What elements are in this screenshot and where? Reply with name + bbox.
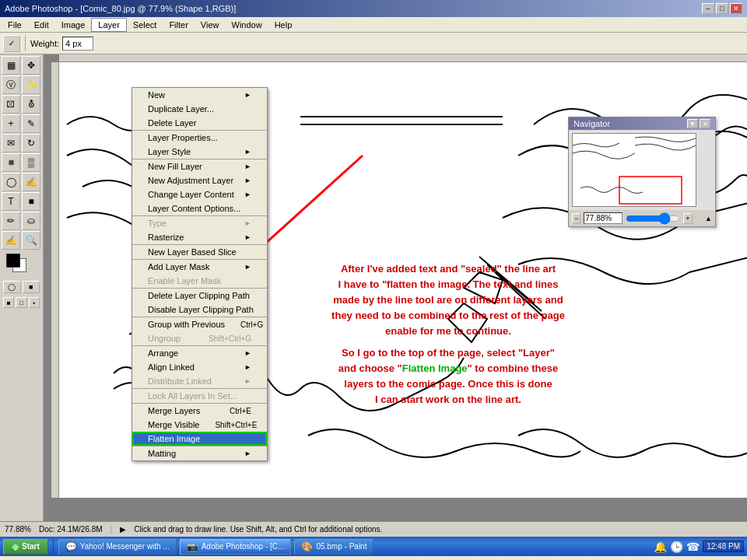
menu-item-merge-visible[interactable]: Merge VisibleShift+Ctrl+E xyxy=(132,418,267,432)
screen-mode-1[interactable]: ■ xyxy=(3,297,14,308)
toolbar-btn-1[interactable]: ✓ xyxy=(3,35,20,52)
standard-mode[interactable]: ◯ xyxy=(3,281,21,293)
menu-item-arrange[interactable]: Arrange► xyxy=(132,346,267,360)
navigator-header: Navigator ▼ ✕ xyxy=(569,117,715,130)
menu-item-change-content[interactable]: Change Layer Content► xyxy=(132,187,267,201)
menu-item-content-options[interactable]: Layer Content Options... xyxy=(132,201,267,215)
paint-icon: 🎨 xyxy=(301,541,313,552)
menu-item-new[interactable]: New► xyxy=(132,88,267,102)
screen-mode-2[interactable]: □ xyxy=(16,297,26,308)
taskbar-separator xyxy=(53,540,54,554)
tool-notes[interactable]: ✏ xyxy=(2,212,20,230)
svg-text:and choose "Flatten Image" to : and choose "Flatten Image" to combine th… xyxy=(338,362,559,374)
tool-move[interactable]: ✥ xyxy=(22,56,40,75)
tool-pen[interactable]: ✍ xyxy=(22,173,40,191)
tool-shape[interactable]: ■ xyxy=(22,192,40,211)
toolbar-separator xyxy=(25,36,26,51)
tool-lasso[interactable]: ⓥ xyxy=(2,75,20,94)
start-button[interactable]: ◆ Start xyxy=(3,539,48,555)
menu-select[interactable]: Select xyxy=(127,19,163,31)
maximize-button[interactable]: □ xyxy=(716,3,728,14)
menu-item-rasterize[interactable]: Rasterize► xyxy=(132,230,267,244)
tray-icon-3: ☎ xyxy=(686,541,700,553)
menu-item-disable-clip[interactable]: Disable Layer Clipping Path xyxy=(132,303,267,317)
yahoo-icon: 💬 xyxy=(65,541,77,552)
tool-clone[interactable]: ✉ xyxy=(2,134,20,152)
menu-section-7: Delete Layer Clipping Path Disable Layer… xyxy=(132,289,267,317)
minimize-button[interactable]: – xyxy=(702,3,714,14)
toolbox: ▦ ✥ ⓥ ✨ ⛝ ⛢ + ✎ ✉ ↻ ◾ ▒ ◯ ✍ T ■ ✏ ⛀ ✍ 🔍 … xyxy=(0,54,44,521)
navigator-thumbnail[interactable] xyxy=(572,133,696,207)
menu-image[interactable]: Image xyxy=(55,19,92,31)
menu-item-delete[interactable]: Delete Layer xyxy=(132,116,267,130)
tool-marquee[interactable]: ▦ xyxy=(2,56,20,75)
tool-fill[interactable]: ▒ xyxy=(22,153,40,172)
menu-help[interactable]: Help xyxy=(268,19,299,31)
menu-view[interactable]: View xyxy=(195,19,226,31)
weight-input[interactable] xyxy=(62,37,93,51)
tool-crop[interactable]: ⛝ xyxy=(2,95,20,114)
screen-mode-3[interactable]: ▪ xyxy=(29,297,40,308)
nav-zoom-in[interactable]: + xyxy=(683,213,692,224)
svg-text:I can start work on the line a: I can start work on the line art. xyxy=(375,394,521,405)
tool-brush[interactable]: ✎ xyxy=(22,114,40,133)
nav-zoom-slider[interactable] xyxy=(626,214,680,223)
taskbar-yahoo[interactable]: 💬 Yahoo! Messenger with ... xyxy=(58,539,177,555)
tool-dodge[interactable]: ◯ xyxy=(2,173,20,191)
nav-expand-btn[interactable]: ▲ xyxy=(705,215,712,222)
tool-slice[interactable]: ⛢ xyxy=(22,95,40,114)
svg-text:I have to "flatten the image. : I have to "flatten the image. The text a… xyxy=(338,278,559,290)
menu-item-delete-clip[interactable]: Delete Layer Clipping Path xyxy=(132,289,267,303)
menu-item-matting[interactable]: Matting► xyxy=(132,446,267,460)
menu-item-merge[interactable]: Merge LayersCtrl+E xyxy=(132,404,267,418)
menu-file[interactable]: File xyxy=(2,19,28,31)
menu-window[interactable]: Window xyxy=(226,19,268,31)
taskbar-paint[interactable]: 🎨 05.bmp - Paint xyxy=(294,539,374,555)
tool-heal[interactable]: + xyxy=(2,114,20,133)
foreground-color[interactable] xyxy=(6,254,20,268)
menu-layer[interactable]: Layer xyxy=(91,18,127,32)
taskbar-photoshop[interactable]: 📷 Adobe Photoshop - [C... xyxy=(180,539,292,555)
menu-item-align[interactable]: Align Linked► xyxy=(132,360,267,374)
menu-item-type[interactable]: Type► xyxy=(132,216,267,230)
nav-thumb-svg xyxy=(573,134,696,207)
canvas-area: After I've added text and "sealed" the l… xyxy=(44,54,747,521)
menu-item-distribute[interactable]: Distribute Linked► xyxy=(132,374,267,388)
menu-section-9: Arrange► Align Linked► Distribute Linked… xyxy=(132,346,267,389)
menu-item-group[interactable]: Group with PreviousCtrl+G xyxy=(132,317,267,331)
nav-zoom-input[interactable] xyxy=(584,212,622,224)
nav-close-btn[interactable]: ✕ xyxy=(700,119,710,128)
menu-item-fill[interactable]: New Fill Layer► xyxy=(132,159,267,173)
tool-magic-wand[interactable]: ✨ xyxy=(22,75,40,94)
menubar: File Edit Image Layer Select Filter View… xyxy=(0,17,747,33)
menu-item-add-mask[interactable]: Add Layer Mask► xyxy=(132,260,267,274)
toolbar: ✓ Weight: xyxy=(0,33,747,54)
close-button[interactable]: ✕ xyxy=(730,3,742,14)
svg-text:enable for me to continue.: enable for me to continue. xyxy=(385,325,511,337)
tool-eraser[interactable]: ◾ xyxy=(2,153,20,172)
menu-item-flatten[interactable]: Flatten Image xyxy=(132,432,267,446)
menu-item-style[interactable]: Layer Style► xyxy=(132,145,267,159)
menu-item-slice[interactable]: New Layer Based Slice xyxy=(132,245,267,259)
menu-filter[interactable]: Filter xyxy=(163,19,194,31)
quick-mask[interactable]: ■ xyxy=(23,281,40,293)
menu-item-enable-mask[interactable]: Enable Layer Mask xyxy=(132,274,267,288)
menu-section-10: Lock All Layers In Set... xyxy=(132,389,267,404)
nav-zoom-out[interactable]: − xyxy=(572,213,580,224)
menu-item-adjustment[interactable]: New Adjustment Layer► xyxy=(132,173,267,187)
tool-text[interactable]: T xyxy=(2,192,20,211)
menu-item-ungroup[interactable]: UngroupShift+Ctrl+G xyxy=(132,331,267,345)
menu-section-5: New Layer Based Slice xyxy=(132,245,267,260)
menu-item-properties[interactable]: Layer Properties... xyxy=(132,131,267,145)
menu-item-lock-all[interactable]: Lock All Layers In Set... xyxy=(132,389,267,403)
tool-zoom[interactable]: 🔍 xyxy=(22,231,40,250)
status-zoom: 77.88% xyxy=(5,525,31,534)
nav-menu-btn[interactable]: ▼ xyxy=(687,119,698,128)
tool-history[interactable]: ↻ xyxy=(22,134,40,152)
tool-hand[interactable]: ✍ xyxy=(2,231,20,250)
tool-eyedropper[interactable]: ⛀ xyxy=(22,212,40,230)
menu-edit[interactable]: Edit xyxy=(28,19,55,31)
menu-item-duplicate[interactable]: Duplicate Layer... xyxy=(132,102,267,116)
svg-text:So I go to the top of the page: So I go to the top of the page, select "… xyxy=(342,347,555,359)
tray-icon-1: 🔔 xyxy=(654,541,667,553)
